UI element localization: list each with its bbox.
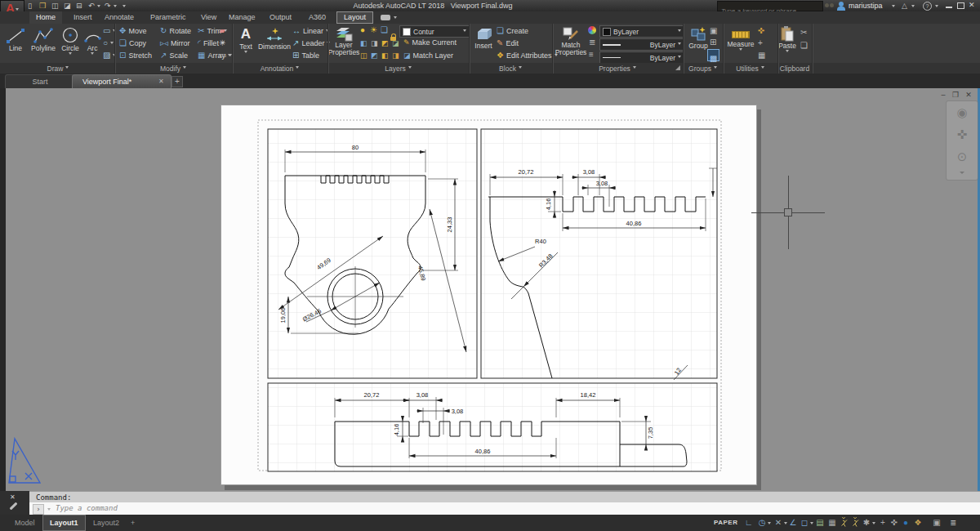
modify-panel-label[interactable]: Modify [115,63,231,74]
leader-button[interactable]: ↗Leader [292,39,330,47]
tab-output[interactable]: Output [263,11,298,24]
doc-restore-button[interactable]: ❐ [950,91,961,100]
cut-button[interactable]: ✂ [800,29,807,37]
object-snap-tracking-toggle[interactable]: ∠ [787,515,799,531]
copy-button[interactable]: ❏Copy [119,39,146,47]
block-panel-label[interactable]: Block [470,63,551,74]
erase-button[interactable]: ▰ [219,27,225,35]
lineweight-list-button[interactable]: ≣ [589,38,595,47]
layer-tool-button[interactable]: ◩ [371,51,378,60]
ellipse-tool-button[interactable]: ○ [103,39,114,47]
table-button[interactable]: ⊞Table [292,51,319,60]
paste-button[interactable]: Paste [776,25,799,54]
properties-dialog-launcher-icon[interactable] [675,65,680,70]
layer-freeze-toggle[interactable]: ❏ [381,26,388,34]
group-edit-button[interactable]: ⊞ [710,38,716,47]
rotate-button[interactable]: ↻Rotate [160,27,191,35]
group-selection-toggle[interactable]: ▩ [707,49,719,61]
paper-sheet[interactable]: 80 24,33 49,69 45,89 19,06 Ø26,46 [220,105,757,485]
measure-button[interactable]: Measure [727,26,755,52]
color-dropdown[interactable]: ByLayer [599,25,684,38]
command-close-icon[interactable]: ✕ [10,493,16,501]
ribbon-display-toggle-icon[interactable] [381,15,390,20]
new-tab-button[interactable]: + [172,76,183,87]
polar-tracking-toggle[interactable]: ◷ [756,515,768,531]
text-caret-icon[interactable] [244,51,247,55]
navbar-caret-icon[interactable] [960,172,964,176]
viewport-2[interactable]: 20,72 3,08 3,08 4,16 40,86 R40 R3,48 12 [481,129,717,380]
graphics-performance-button[interactable]: ● [900,515,911,531]
stretch-button[interactable]: ⊡Stretch [119,51,152,60]
ungroup-button[interactable]: ▣ [710,27,717,35]
zoom-icon[interactable]: ⊙ [957,149,968,164]
tab-annotate[interactable]: Annotate [98,11,140,24]
redo-icon[interactable]: ↷ [105,1,111,11]
quick-calc-button[interactable]: + [758,39,763,47]
doc-close-button[interactable]: ✕ [963,91,974,100]
tab-parametric[interactable]: Parametric [144,11,193,24]
annotation-visibility-toggle[interactable] [838,515,849,531]
linetype-dropdown[interactable]: ByLayer [599,51,684,64]
binoculars-icon[interactable] [830,3,834,7]
close-button[interactable]: ✕ [969,1,975,9]
edit-attributes-button[interactable]: ❖Edit Attributes [497,51,558,60]
command-arrow-icon[interactable]: › [33,504,44,515]
layer-tool-button[interactable]: ◨ [392,51,399,60]
dimension-button[interactable]: Dimension [258,25,291,51]
paper-space-button[interactable]: PAPER [714,515,737,531]
tab-a360[interactable]: A360 [302,11,332,24]
arc-button[interactable]: Arc [82,26,103,56]
groups-panel-label[interactable]: Groups [684,63,722,74]
new-file-icon[interactable]: ▯ [28,1,32,11]
layer-tool-button[interactable]: ◪ [392,39,399,47]
linetype-list-button[interactable]: ≡ [589,51,594,59]
help-caret-icon[interactable] [935,5,938,9]
layer-dropdown[interactable]: Contur [399,25,470,38]
isodraft-toggle[interactable]: ✕ [773,515,784,531]
model-tab[interactable]: Model [8,515,42,531]
annotation-panel-label[interactable]: Annotation [233,63,327,74]
navigation-bar[interactable]: ◉ ✜ ⊙ [946,100,978,181]
open-file-icon[interactable]: ❒ [39,1,46,11]
undo-caret-icon[interactable] [97,5,100,9]
redo-caret-icon[interactable] [114,5,117,9]
ortho-toggle[interactable]: ∟ [743,515,755,531]
line-button[interactable]: Line [3,26,28,52]
layout-drawing[interactable]: 80 24,33 49,69 45,89 19,06 Ø26,46 [221,105,756,484]
file-tab-close-icon[interactable]: ✕ [158,78,164,85]
layer-thaw-toggle[interactable]: ☀ [370,26,377,34]
lineweight-toggle[interactable]: ▤ [814,515,826,531]
utilities-panel-label[interactable]: Utilities [724,63,777,74]
quick-properties-button[interactable]: ✜ [889,515,900,531]
annotation-monitor-button[interactable]: + [877,515,889,531]
tab-insert[interactable]: Insert [67,11,99,24]
autoscale-toggle[interactable] [849,515,861,531]
circle-caret-icon[interactable] [69,52,72,56]
polyline-button[interactable]: Polyline [29,26,57,52]
viewport-3[interactable]: 20,72 3,08 3,08 4,16 40,86 18,42 7,35 [268,383,717,471]
copy-clip-button[interactable]: ❏ [800,42,808,50]
a360-caret-icon[interactable] [911,5,915,9]
tab-view[interactable]: View [194,11,223,24]
steering-wheel-icon[interactable]: ◉ [956,105,967,120]
tab-layout[interactable]: Layout [336,11,373,24]
explode-button[interactable]: ✳ [219,39,225,47]
modify-more-button[interactable]: ▭ [219,51,232,60]
file-tab-start[interactable]: Start [5,74,75,88]
lineweight-dropdown[interactable]: ByLayer [599,38,684,51]
block-create-button[interactable]: ❏Create [497,27,528,35]
viewport-1[interactable]: 80 24,33 49,69 45,89 19,06 Ø26,46 [268,129,477,378]
minimize-button[interactable] [946,7,952,8]
measure-caret-icon[interactable] [739,48,742,52]
plot-icon[interactable]: ⊟ [76,1,82,11]
object-snap-toggle[interactable]: ◻ [799,515,810,531]
clean-screen-button[interactable]: ▣ [931,515,942,531]
qat-customize-icon[interactable] [122,5,126,9]
circle-button[interactable]: Circle [59,26,82,56]
customization-menu-button[interactable]: ≡ [947,515,959,531]
match-properties-button[interactable]: Match Properties [557,25,585,56]
workspace-switching-button[interactable]: ✱ [861,515,872,531]
paste-caret-icon[interactable] [786,50,789,54]
draw-panel-label[interactable]: Draw [2,63,114,74]
command-history[interactable]: Command: [29,491,980,503]
